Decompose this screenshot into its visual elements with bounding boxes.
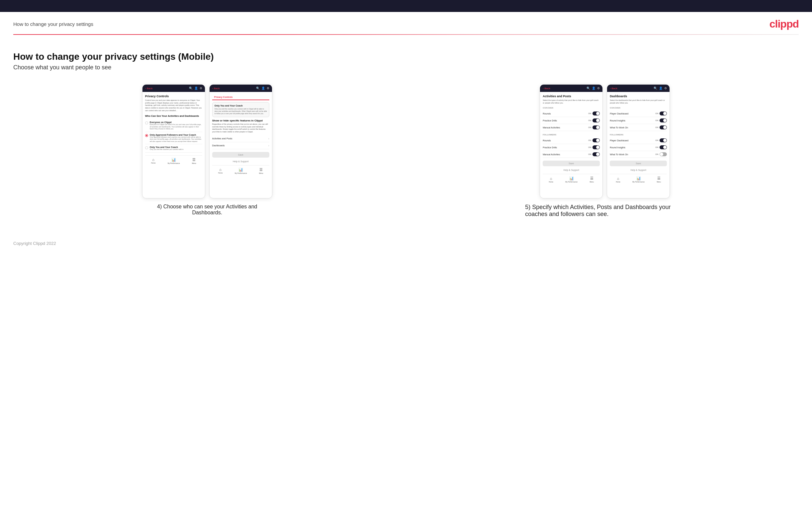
menu-icon-3: ☰ bbox=[590, 176, 594, 180]
followers-what-to-work-row: What To Work On ON bbox=[610, 151, 667, 158]
radio-everyone[interactable]: Everyone on Clippd Everyone on Clippd ca… bbox=[145, 119, 202, 132]
activities-arrow: › bbox=[268, 137, 269, 140]
phone-back-3[interactable]: ‹ Back bbox=[543, 87, 550, 90]
right-group: ‹ Back 🔍 👤 ⚙ Activities and Posts Select… bbox=[411, 84, 799, 218]
home-icon-2: ⌂ bbox=[219, 168, 221, 172]
phone-back-2[interactable]: ‹ Back bbox=[212, 87, 220, 90]
bottom-home-1[interactable]: ⌂ Home bbox=[151, 158, 155, 164]
followers-drills-toggle[interactable] bbox=[593, 145, 600, 149]
settings-icon-2[interactable]: ⚙ bbox=[267, 87, 269, 90]
bottom-performance-2[interactable]: 📊 My Performance bbox=[235, 168, 247, 174]
dashboards-label: Dashboards bbox=[212, 144, 225, 147]
privacy-controls-title: Privacy Controls bbox=[145, 95, 202, 98]
coaches-round-insights-toggle-wrap: ON bbox=[655, 118, 667, 122]
bottom-performance-3[interactable]: 📊 My Performance bbox=[565, 176, 577, 183]
bottom-home-3[interactable]: ⌂ Home bbox=[549, 176, 553, 183]
copyright: Copyright Clippd 2022 bbox=[13, 241, 56, 246]
phone-body-4: Dashboards Select the dashboards that yo… bbox=[607, 92, 669, 198]
coaches-manual-label: Manual Activities bbox=[543, 126, 560, 129]
popup-desc-2: Only you and the coaches you connect wit… bbox=[214, 108, 267, 115]
people-icon-3[interactable]: 👤 bbox=[592, 87, 596, 90]
settings-icon-3[interactable]: ⚙ bbox=[597, 87, 600, 90]
menu-icon-1: ☰ bbox=[192, 158, 196, 162]
followers-player-dash-row: Player Dashboard ON bbox=[610, 137, 667, 144]
coaches-label-4: COACHES bbox=[610, 107, 667, 109]
bottom-home-4[interactable]: ⌂ Home bbox=[616, 176, 620, 183]
bottom-home-2[interactable]: ⌂ Home bbox=[218, 168, 222, 174]
dashboards-text-4: Select the dashboards that you'd like to… bbox=[610, 99, 667, 104]
bottom-menu-1[interactable]: ☰ Menu bbox=[192, 158, 196, 164]
menu-row-dashboards[interactable]: Dashboards › bbox=[212, 143, 269, 149]
followers-round-insights-row: Round Insights ON bbox=[610, 144, 667, 151]
radio-group: Everyone on Clippd Everyone on Clippd ca… bbox=[145, 119, 202, 153]
followers-player-dash-toggle[interactable] bbox=[660, 138, 667, 143]
menu-row-activities[interactable]: Activities and Posts › bbox=[212, 135, 269, 143]
coaches-rounds-toggle-wrap: ON bbox=[588, 111, 600, 115]
settings-icon-4[interactable]: ⚙ bbox=[664, 87, 667, 90]
bottom-performance-1[interactable]: 📊 My Performance bbox=[168, 158, 180, 164]
coaches-drills-row: Practice Drills ON bbox=[543, 117, 600, 124]
bottom-nav-4: ⌂ Home 📊 My Performance ☰ Menu bbox=[610, 174, 667, 184]
bottom-menu-3[interactable]: ☰ Menu bbox=[590, 176, 594, 183]
coaches-manual-toggle[interactable] bbox=[593, 125, 600, 129]
coaches-player-dash-toggle[interactable] bbox=[660, 111, 667, 115]
followers-manual-toggle[interactable] bbox=[593, 152, 600, 156]
phone-back-4[interactable]: ‹ Back bbox=[610, 87, 617, 90]
followers-round-insights-label: Round Insights bbox=[610, 146, 625, 149]
performance-label-1: My Performance bbox=[168, 162, 180, 164]
bottom-performance-4[interactable]: 📊 My Performance bbox=[632, 176, 645, 183]
followers-round-insights-toggle[interactable] bbox=[660, 145, 667, 149]
save-btn-3[interactable]: Save bbox=[543, 161, 600, 166]
followers-rounds-toggle[interactable] bbox=[593, 138, 600, 143]
home-label-1: Home bbox=[151, 162, 155, 164]
followers-drills-row: Practice Drills ON bbox=[543, 144, 600, 151]
coaches-manual-toggle-wrap: ON bbox=[588, 125, 600, 129]
activities-posts-title-3: Activities and Posts bbox=[543, 95, 600, 98]
settings-icon[interactable]: ⚙ bbox=[200, 87, 202, 90]
followers-manual-toggle-wrap: ON bbox=[588, 152, 600, 156]
save-btn-2[interactable]: Save bbox=[212, 152, 269, 158]
search-icon-2[interactable]: 🔍 bbox=[256, 87, 260, 90]
coaches-player-dash-row: Player Dashboard ON bbox=[610, 110, 667, 117]
who-can-see-title: Who Can See Your Activities and Dashboar… bbox=[145, 114, 202, 117]
radio-approved[interactable]: Only Approved Followers and Your Coach O… bbox=[145, 132, 202, 145]
coaches-round-insights-toggle[interactable] bbox=[660, 118, 667, 122]
phone-back-1[interactable]: ‹ Back bbox=[145, 87, 153, 90]
radio-text-approved: Only Approved Followers and Your Coach O… bbox=[150, 134, 202, 143]
performance-icon-1: 📊 bbox=[171, 158, 176, 162]
save-btn-4[interactable]: Save bbox=[610, 161, 667, 166]
bottom-menu-4[interactable]: ☰ Menu bbox=[657, 176, 661, 183]
phone-nav-3: ‹ Back 🔍 👤 ⚙ bbox=[540, 84, 602, 92]
phone-body-2: Privacy Controls Only You and Your Coach… bbox=[210, 92, 272, 198]
coaches-what-to-work-toggle[interactable] bbox=[660, 125, 667, 129]
caption-left: 4) Choose who can see your Activities an… bbox=[144, 204, 270, 216]
coaches-rounds-label: Rounds bbox=[543, 112, 551, 115]
coaches-player-dash-label: Player Dashboard bbox=[610, 112, 628, 115]
people-icon-2[interactable]: 👤 bbox=[261, 87, 265, 90]
bottom-nav-2: ⌂ Home 📊 My Performance ☰ Menu bbox=[212, 165, 269, 176]
phone-body-3: Activities and Posts Select the types of… bbox=[540, 92, 602, 198]
top-bar bbox=[0, 0, 812, 12]
followers-drills-toggle-wrap: ON bbox=[588, 145, 600, 149]
search-icon-4[interactable]: 🔍 bbox=[654, 87, 657, 90]
bottom-menu-2[interactable]: ☰ Menu bbox=[259, 168, 263, 174]
followers-what-to-work-toggle[interactable] bbox=[660, 152, 667, 156]
activities-posts-text-3: Select the types of activity that you'd … bbox=[543, 99, 600, 104]
tab-privacy-controls[interactable]: Privacy Controls bbox=[212, 95, 235, 100]
search-icon-3[interactable]: 🔍 bbox=[587, 87, 590, 90]
logo: clippd bbox=[769, 18, 799, 30]
page-heading: How to change your privacy settings (Mob… bbox=[13, 51, 799, 62]
coaches-rounds-toggle[interactable] bbox=[593, 111, 600, 115]
coaches-drills-toggle[interactable] bbox=[593, 118, 600, 122]
people-icon-4[interactable]: 👤 bbox=[659, 87, 663, 90]
search-icon[interactable]: 🔍 bbox=[189, 87, 193, 90]
coaches-drills-toggle-wrap: ON bbox=[588, 118, 600, 122]
phone-screen-2: ‹ Back 🔍 👤 ⚙ Privacy Controls Only You a… bbox=[209, 84, 272, 199]
followers-what-to-work-toggle-wrap: ON bbox=[655, 152, 667, 156]
home-label-4: Home bbox=[616, 181, 620, 183]
phone-screen-4: ‹ Back 🔍 👤 ⚙ Dashboards Select the dashb… bbox=[607, 84, 670, 199]
radio-only-you[interactable]: Only You and Your Coach Only you and the… bbox=[145, 144, 202, 153]
coaches-label-3: COACHES bbox=[543, 107, 600, 109]
people-icon[interactable]: 👤 bbox=[194, 87, 198, 90]
help-label-2: Help & Support bbox=[212, 160, 269, 163]
